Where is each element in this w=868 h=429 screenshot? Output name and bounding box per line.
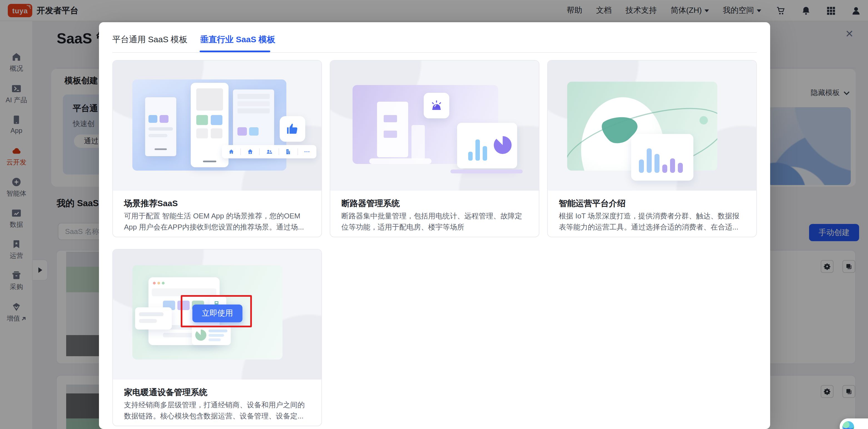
- template-card-desc: 断路器集中批量管理，包括用电统计、远程管理、故障定位等功能，适用于配电房、楼宇等…: [341, 210, 529, 233]
- alarm-badge: [424, 93, 449, 119]
- shape: [155, 148, 167, 150]
- shape: [238, 94, 270, 99]
- text-card: [135, 307, 172, 330]
- scene-home-icon: [228, 148, 235, 155]
- thumbs-up-icon: [285, 122, 300, 136]
- shape: [700, 116, 708, 125]
- template-card-title: 智能运营平台介绍: [559, 198, 626, 209]
- shape: [163, 333, 194, 337]
- shape: [196, 88, 223, 110]
- divider: [278, 148, 279, 155]
- assistant-button[interactable]: [840, 419, 868, 429]
- divider: [112, 52, 757, 53]
- shape: [149, 134, 167, 137]
- users-icon: [266, 148, 273, 155]
- template-card-desc: 支持经销商多层级管理，打通经销商、设备和用户之间的数据链路。核心模块包含数据运营…: [124, 400, 311, 422]
- thumbs-up-badge: [280, 116, 305, 142]
- shape: [249, 127, 258, 136]
- shape: [211, 115, 222, 125]
- saas-template-modal: ✕ 平台通用 SaaS 模板 垂直行业 SaaS 模板: [99, 22, 770, 429]
- divider: [298, 148, 298, 155]
- app-screen: [145, 97, 176, 156]
- template-card-title: 场景推荐SaaS: [124, 198, 178, 209]
- template-card-hvac-system[interactable]: 立即使用 家电暖通设备管理系统 支持经销商多层级管理，打通经销商、设备和用户之间…: [112, 249, 322, 426]
- tab-vertical-templates[interactable]: 垂直行业 SaaS 模板: [200, 34, 275, 45]
- shape: [149, 127, 173, 131]
- home-icon: [247, 148, 254, 155]
- shape: [149, 115, 157, 123]
- template-card-desc: 可用于配置 智能生活 OEM App 的场景推荐，您的OEM App 用户会在A…: [124, 210, 311, 233]
- window-dot: [153, 282, 156, 285]
- shape: [203, 161, 216, 162]
- cabinet: [377, 102, 408, 157]
- divider: [259, 148, 260, 155]
- card-illustration: [330, 61, 539, 191]
- tab-platform-templates[interactable]: 平台通用 SaaS 模板: [112, 34, 187, 45]
- card-illustration: [548, 61, 756, 191]
- annotation-highlight: [181, 295, 252, 327]
- shape: [196, 128, 208, 138]
- shape: [238, 108, 270, 113]
- bar-chart-card: [631, 134, 693, 180]
- screen: tuya 开发者平台 帮助 文档 技术支持 简体(ZH) 我的空间: [0, 0, 868, 429]
- bar-chart-icon: [468, 139, 487, 161]
- shape: [139, 319, 157, 323]
- feature-toolbar: [222, 145, 316, 158]
- shape: [238, 127, 247, 136]
- close-icon[interactable]: ✕: [845, 29, 854, 39]
- pie-chart-icon: [494, 136, 512, 154]
- shape: [411, 125, 425, 160]
- shape: [211, 128, 222, 138]
- window-dot: [162, 282, 164, 285]
- monitor-chart: [457, 123, 517, 168]
- divider: [240, 148, 241, 155]
- template-card-operation-platform[interactable]: 智能运营平台介绍 根据 IoT 场景深度打造，提供消费者分群、触达、数据报表等能…: [547, 60, 757, 237]
- template-card-desc: 根据 IoT 场景深度打造，提供消费者分群、触达、数据报表等能力的运营工具。通过…: [559, 210, 746, 233]
- template-card-breaker-system[interactable]: 断路器管理系统 断路器集中批量管理，包括用电统计、远程管理、故障定位等功能，适用…: [330, 60, 539, 237]
- more-dots-icon: [304, 148, 311, 155]
- shape: [384, 131, 397, 138]
- stats-card: [192, 325, 231, 345]
- shape: [369, 158, 432, 164]
- pie-chart-icon: [195, 330, 206, 341]
- assistant-orb-icon: [842, 421, 854, 429]
- bar-chart-icon: [631, 134, 693, 180]
- card-illustration: 立即使用: [113, 250, 321, 380]
- shape: [196, 115, 208, 125]
- template-card-title: 断路器管理系统: [341, 198, 400, 209]
- alarm-siren-icon: [430, 99, 443, 112]
- shape: [384, 115, 397, 122]
- template-card-title: 家电暖通设备管理系统: [124, 387, 208, 398]
- card-illustration: [113, 61, 321, 191]
- shape: [160, 115, 168, 123]
- shape: [451, 169, 523, 173]
- shape: [139, 312, 163, 316]
- building-icon: [285, 148, 291, 155]
- window-dot: [157, 282, 160, 285]
- template-card-scene-saas[interactable]: 场景推荐SaaS 可用于配置 智能生活 OEM App 的场景推荐，您的OEM …: [112, 60, 322, 237]
- shape: [238, 101, 270, 106]
